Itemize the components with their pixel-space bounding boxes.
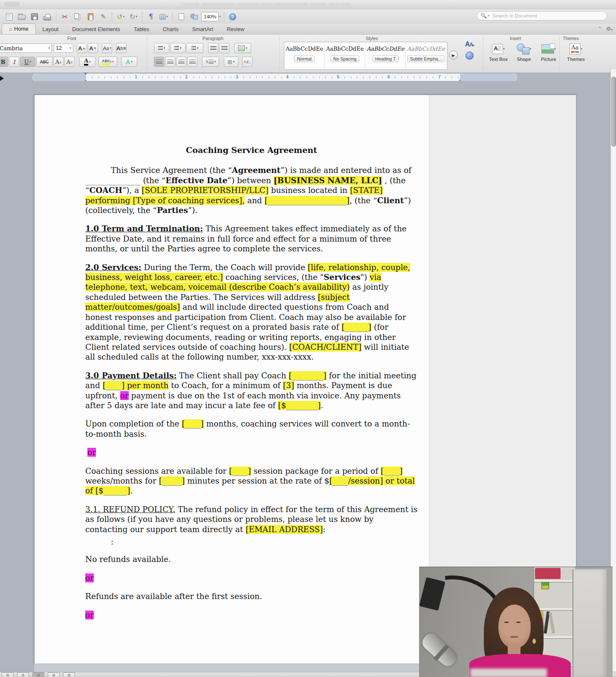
tab-smartart[interactable]: SmartArt bbox=[185, 24, 220, 34]
save-button[interactable] bbox=[29, 11, 40, 22]
text-run: [EMAIL ADDRESS] bbox=[246, 525, 323, 534]
text-run: This Service Agreement (the “ bbox=[111, 166, 232, 175]
new-document-button[interactable] bbox=[3, 11, 14, 22]
subscript-button[interactable]: A2 bbox=[64, 57, 75, 67]
text-run: minutes per session at the rate of $ bbox=[185, 476, 329, 485]
media-browser-button[interactable] bbox=[188, 11, 200, 22]
open-icon bbox=[18, 15, 26, 20]
print-layout-view-button[interactable]: ▤ bbox=[32, 672, 44, 677]
horizontal-ruler[interactable]: 1234567 bbox=[32, 73, 518, 81]
redo-button[interactable]: ↻▾ bbox=[128, 11, 139, 22]
themes-label: Themes bbox=[564, 57, 588, 62]
format-painter-button[interactable]: ✎ bbox=[98, 11, 109, 22]
style-preview: AaBbCcDdEe bbox=[325, 46, 365, 52]
increase-indent-button[interactable] bbox=[219, 43, 229, 53]
tab-document-elements[interactable]: Document Elements bbox=[65, 24, 127, 34]
insert-shape-button[interactable]: ▾ Shape bbox=[512, 41, 536, 62]
align-right-button[interactable] bbox=[176, 57, 186, 67]
redo-icon: ↻ bbox=[130, 13, 135, 21]
insert-textbox-button[interactable]: ▾ Text Box bbox=[486, 41, 511, 62]
font-size-select[interactable]: 12 ▾ bbox=[54, 43, 73, 53]
font-color-button[interactable]: A▾ bbox=[79, 57, 95, 67]
align-left-button[interactable] bbox=[154, 57, 164, 67]
manage-styles-icon[interactable]: AA▾ bbox=[460, 40, 478, 48]
outline-view-button[interactable]: ▤ bbox=[17, 672, 29, 677]
paste-button[interactable] bbox=[85, 11, 96, 22]
style-label: Normal bbox=[294, 55, 315, 62]
grow-font-button[interactable]: A▲ bbox=[77, 43, 87, 53]
underline-button[interactable]: U▾ bbox=[20, 57, 35, 67]
draft-view-button[interactable]: ▤ bbox=[2, 672, 14, 677]
document-body[interactable]: Coaching Service AgreementThis Service A… bbox=[85, 145, 418, 628]
text-run: [______] bbox=[341, 323, 371, 331]
change-case-button[interactable]: Aa▾ bbox=[102, 43, 112, 53]
first-line-indent-marker[interactable] bbox=[84, 72, 88, 75]
bullets-button[interactable]: ▾ bbox=[154, 43, 169, 53]
columns-button[interactable]: ▾ bbox=[234, 43, 251, 53]
text-run: session package for a period of bbox=[251, 467, 381, 475]
search-dropdown-icon[interactable]: ▾ bbox=[488, 14, 489, 17]
styles-gallery-more-button[interactable]: ▶ bbox=[449, 51, 458, 60]
gallery-button[interactable]: ▾ bbox=[158, 11, 169, 22]
cut-button[interactable]: ✂ bbox=[59, 11, 70, 22]
undo-button[interactable]: ↺▾ bbox=[115, 11, 126, 22]
text-run: 1.0 Term and Termination: bbox=[85, 224, 203, 233]
superscript-button[interactable]: A2 bbox=[53, 57, 64, 67]
zoom-control[interactable]: 140%▾ bbox=[201, 11, 221, 22]
collapse-ribbon-icon[interactable]: ⌃ bbox=[598, 26, 602, 32]
doc-paragraph-sessions: Coaching sessions are available for [___… bbox=[85, 466, 418, 496]
tab-review[interactable]: Review bbox=[220, 24, 251, 34]
text-run: or bbox=[85, 573, 94, 582]
insert-picture-button[interactable]: ▾ Picture bbox=[536, 41, 561, 62]
strikethrough-button[interactable]: ABC bbox=[36, 57, 52, 67]
multilevel-list-button[interactable]: ▾ bbox=[186, 43, 203, 53]
shrink-font-button[interactable]: A▼ bbox=[88, 43, 98, 53]
notebook-layout-view-button[interactable]: ▤ bbox=[48, 672, 60, 677]
search-input[interactable]: 🔍 ▾ Search in Document bbox=[477, 11, 607, 20]
toolbar-separator bbox=[56, 12, 56, 21]
decrease-indent-button[interactable] bbox=[208, 43, 218, 53]
text-run: COACH bbox=[89, 186, 122, 195]
group-separator bbox=[279, 37, 280, 70]
tab-label: Charts bbox=[163, 26, 179, 32]
shelf-red-item bbox=[535, 568, 561, 579]
window-titlebar[interactable]: ——— —————— ———— —— —————— ——— ———— bbox=[0, 0, 616, 10]
tab-tables[interactable]: Tables bbox=[127, 24, 156, 34]
help-button[interactable]: ? bbox=[227, 11, 238, 22]
highlight-color-button[interactable]: ABCI▾ bbox=[98, 57, 117, 67]
show-paragraph-marks-button[interactable]: ¶ bbox=[145, 11, 156, 22]
person-face bbox=[498, 605, 531, 648]
style-subtle-empha-[interactable]: AaBbCcDdEeSubtle Empha... bbox=[406, 42, 446, 69]
tab-charts[interactable]: Charts bbox=[156, 24, 185, 34]
gear-icon[interactable]: ⚙▾ bbox=[606, 26, 613, 32]
style-heading-7[interactable]: AaBbCcDdEeHeading 7 bbox=[365, 42, 406, 69]
bold-button[interactable]: B bbox=[0, 57, 8, 67]
line-spacing-button[interactable]: ⇅▾ bbox=[202, 57, 219, 67]
copy-button[interactable] bbox=[72, 11, 83, 22]
numbering-button[interactable]: ▾ bbox=[170, 43, 185, 53]
styles-dialog-icon[interactable] bbox=[466, 52, 474, 60]
tab-layout[interactable]: Layout bbox=[36, 24, 66, 34]
scrollbar-thumb[interactable] bbox=[611, 77, 616, 147]
open-button[interactable] bbox=[16, 11, 27, 22]
justify-button[interactable] bbox=[187, 57, 197, 67]
align-center-button[interactable] bbox=[165, 57, 175, 67]
clear-formatting-button[interactable]: Ab✖ bbox=[116, 43, 127, 53]
sort-button[interactable]: AZ↓ bbox=[242, 57, 252, 67]
font-name-select[interactable]: Cambria ▾ bbox=[0, 43, 52, 53]
word-application-window: ——— —————— ———— —— —————— ——— ———— ✂✎↺▾↻… bbox=[0, 0, 616, 677]
text-run: ”). bbox=[188, 206, 198, 215]
print-button[interactable] bbox=[42, 11, 53, 22]
text-run: [3] bbox=[283, 381, 294, 390]
style-normal[interactable]: AaBbCcDdEeNormal bbox=[284, 42, 325, 69]
page-layout-button[interactable] bbox=[176, 11, 187, 22]
themes-button[interactable]: ▾ Themes bbox=[564, 41, 588, 62]
publishing-layout-view-button[interactable]: ▤ bbox=[63, 672, 75, 677]
window-controls[interactable] bbox=[4, 2, 20, 6]
style-no-spacing[interactable]: AaBbCcDdEeNo Spacing bbox=[325, 42, 365, 69]
borders-button[interactable]: ⊞▾ bbox=[224, 57, 238, 67]
tab-home[interactable]: ⌂Home bbox=[2, 23, 36, 34]
tab-stop-selector[interactable] bbox=[0, 76, 4, 81]
italic-button[interactable]: I bbox=[9, 57, 19, 67]
text-effects-button[interactable]: A▾ bbox=[121, 57, 137, 67]
